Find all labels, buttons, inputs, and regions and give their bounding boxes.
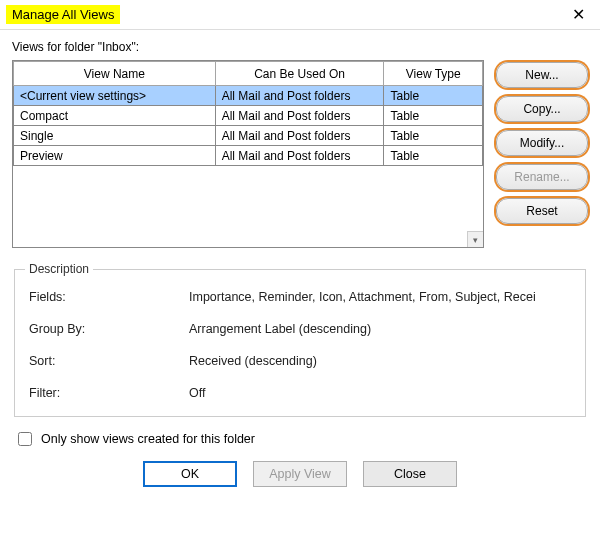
table-cell: Single [14, 126, 216, 146]
ok-button[interactable]: OK [143, 461, 237, 487]
table-cell: All Mail and Post folders [215, 126, 384, 146]
apply-button: Apply View [253, 461, 347, 487]
modify-button[interactable]: Modify... [496, 130, 588, 156]
views-table[interactable]: View Name Can Be Used On View Type <Curr… [12, 60, 484, 248]
only-show-row[interactable]: Only show views created for this folder [14, 429, 588, 449]
table-cell: Compact [14, 106, 216, 126]
table-row[interactable]: SingleAll Mail and Post foldersTable [14, 126, 483, 146]
window-title: Manage All Views [6, 5, 120, 24]
folder-label: Views for folder "Inbox": [12, 40, 588, 54]
table-row[interactable]: PreviewAll Mail and Post foldersTable [14, 146, 483, 166]
description-legend: Description [25, 262, 93, 276]
table-cell: All Mail and Post folders [215, 146, 384, 166]
column-header-name[interactable]: View Name [14, 62, 216, 86]
filter-value: Off [189, 386, 575, 400]
table-row[interactable]: CompactAll Mail and Post foldersTable [14, 106, 483, 126]
table-row[interactable]: <Current view settings>All Mail and Post… [14, 86, 483, 106]
table-cell: Table [384, 126, 483, 146]
table-cell: <Current view settings> [14, 86, 216, 106]
description-group: Description Fields: Importance, Reminder… [14, 262, 586, 417]
new-button[interactable]: New... [496, 62, 588, 88]
table-cell: Preview [14, 146, 216, 166]
sort-label: Sort: [29, 354, 189, 368]
copy-button[interactable]: Copy... [496, 96, 588, 122]
table-cell: Table [384, 146, 483, 166]
reset-button[interactable]: Reset [496, 198, 588, 224]
only-show-checkbox[interactable] [18, 432, 32, 446]
sort-value: Received (descending) [189, 354, 575, 368]
title-bar: Manage All Views ✕ [0, 0, 600, 30]
table-cell: All Mail and Post folders [215, 106, 384, 126]
only-show-label: Only show views created for this folder [41, 432, 255, 446]
groupby-label: Group By: [29, 322, 189, 336]
filter-label: Filter: [29, 386, 189, 400]
table-cell: Table [384, 86, 483, 106]
rename-button: Rename... [496, 164, 588, 190]
close-icon: ✕ [572, 5, 585, 24]
fields-value: Importance, Reminder, Icon, Attachment, … [189, 290, 575, 304]
groupby-value: Arrangement Label (descending) [189, 322, 575, 336]
column-header-used-on[interactable]: Can Be Used On [215, 62, 384, 86]
fields-label: Fields: [29, 290, 189, 304]
close-dialog-button[interactable]: Close [363, 461, 457, 487]
column-header-type[interactable]: View Type [384, 62, 483, 86]
table-cell: Table [384, 106, 483, 126]
close-button[interactable]: ✕ [556, 0, 600, 29]
scroll-down-icon[interactable]: ▾ [467, 231, 483, 247]
table-cell: All Mail and Post folders [215, 86, 384, 106]
